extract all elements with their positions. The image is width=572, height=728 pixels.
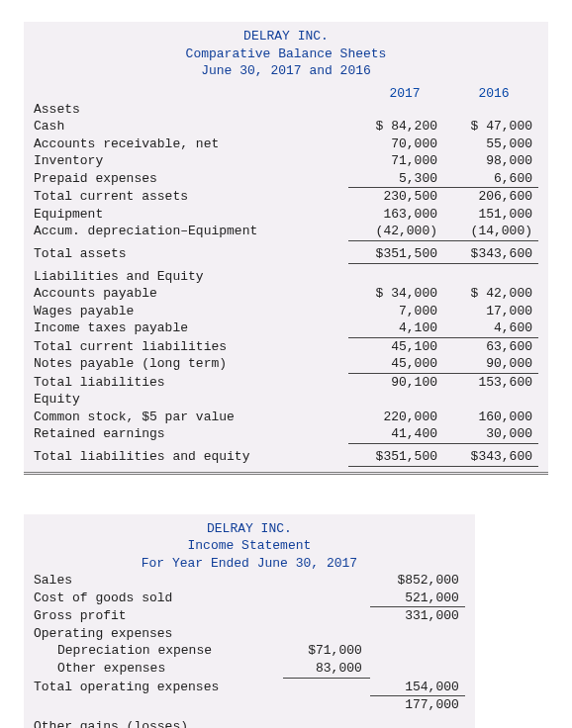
wp-2017: 7,000 <box>348 303 443 320</box>
ap-2017: $ 34,000 <box>348 285 443 303</box>
gp-label: Gross profit <box>34 607 283 625</box>
tca-2016: 206,600 <box>443 188 538 206</box>
ar-label: Accounts receivable, net <box>34 136 348 153</box>
bs-date: June 30, 2017 and 2016 <box>34 62 538 80</box>
bs-year-2017: 2017 <box>360 86 449 101</box>
ap-2016: $ 42,000 <box>443 285 538 303</box>
opexp-heading: Operating expenses <box>34 625 283 643</box>
np-2017: 45,000 <box>348 355 443 374</box>
cogs-value: 521,000 <box>370 590 465 608</box>
inv-2016: 98,000 <box>443 152 538 170</box>
equip-2017: 163,000 <box>348 206 443 224</box>
re-label: Retained earnings <box>34 425 348 444</box>
equip-label: Equipment <box>34 206 348 224</box>
is-date: For Year Ended June 30, 2017 <box>34 555 465 573</box>
tca-label: Total current assets <box>34 188 348 206</box>
is-title: Income Statement <box>34 537 465 555</box>
itp-2017: 4,100 <box>348 319 443 338</box>
tcl-label: Total current liabilities <box>34 338 348 356</box>
tcl-2016: 63,600 <box>443 338 538 356</box>
other-gains-heading: Other gains (losses) <box>34 718 283 728</box>
accdep-label: Accum. depreciation–Equipment <box>34 223 348 241</box>
ta-2016: $343,600 <box>443 245 538 264</box>
dep-value: $71,000 <box>283 642 370 660</box>
gp-value: 331,000 <box>370 607 465 625</box>
accdep-2016: (14,000) <box>443 223 538 241</box>
toe-label: Total operating expenses <box>34 679 283 697</box>
cogs-label: Cost of goods sold <box>34 590 283 608</box>
toe-value: 154,000 <box>370 679 465 697</box>
ppd-label: Prepaid expenses <box>34 170 348 189</box>
assets-heading: Assets <box>34 101 348 119</box>
tl-label: Total liabilities <box>34 374 348 392</box>
bs-title: Comparative Balance Sheets <box>34 46 538 63</box>
tle-2017: $351,500 <box>348 448 443 467</box>
re-2016: 30,000 <box>443 425 538 444</box>
cs-2017: 220,000 <box>348 409 443 426</box>
dep-label: Depreciation expense <box>34 642 283 660</box>
cash-2016: $ 47,000 <box>443 118 538 136</box>
tle-label: Total liabilities and equity <box>34 448 348 467</box>
liab-equity-heading: Liabilities and Equity <box>34 268 348 286</box>
income-statement-block: DELRAY INC. Income Statement For Year En… <box>24 514 475 728</box>
balance-sheet-block: DELRAY INC. Comparative Balance Sheets J… <box>24 22 548 475</box>
itp-2016: 4,600 <box>443 319 538 338</box>
is-company: DELRAY INC. <box>34 520 465 538</box>
ta-2017: $351,500 <box>348 245 443 264</box>
tl-2017: 90,100 <box>348 374 443 392</box>
itp-label: Income taxes payable <box>34 319 348 338</box>
ta-label: Total assets <box>34 245 348 264</box>
ppd-2017: 5,300 <box>348 170 443 189</box>
ap-label: Accounts payable <box>34 285 348 303</box>
inv-label: Inventory <box>34 152 348 170</box>
ar-2017: 70,000 <box>348 136 443 153</box>
bs-year-2016: 2016 <box>449 86 538 101</box>
tcl-2017: 45,100 <box>348 338 443 356</box>
tle-2016: $343,600 <box>443 448 538 467</box>
accdep-2017: (42,000) <box>348 223 443 241</box>
np-label: Notes payable (long term) <box>34 355 348 374</box>
tca-2017: 230,500 <box>348 188 443 206</box>
sales-value: $852,000 <box>370 572 465 590</box>
bs-company: DELRAY INC. <box>34 28 538 46</box>
cash-2017: $ 84,200 <box>348 118 443 136</box>
np-2016: 90,000 <box>443 355 538 374</box>
bs-col-headings: 2017 2016 <box>34 86 538 101</box>
ppd-2016: 6,600 <box>443 170 538 189</box>
cs-label: Common stock, $5 par value <box>34 409 348 426</box>
cs-2016: 160,000 <box>443 409 538 426</box>
sales-label: Sales <box>34 572 283 590</box>
operating-income-value: 177,000 <box>370 696 465 714</box>
ar-2016: 55,000 <box>443 136 538 153</box>
tl-2016: 153,600 <box>443 374 538 392</box>
inv-2017: 71,000 <box>348 152 443 170</box>
othexp-value: 83,000 <box>283 660 370 679</box>
othexp-label: Other expenses <box>34 660 283 679</box>
equip-2016: 151,000 <box>443 206 538 224</box>
re-2017: 41,400 <box>348 425 443 444</box>
equity-heading: Equity <box>34 391 348 409</box>
cash-label: Cash <box>34 118 348 136</box>
wp-label: Wages payable <box>34 303 348 320</box>
wp-2016: 17,000 <box>443 303 538 320</box>
